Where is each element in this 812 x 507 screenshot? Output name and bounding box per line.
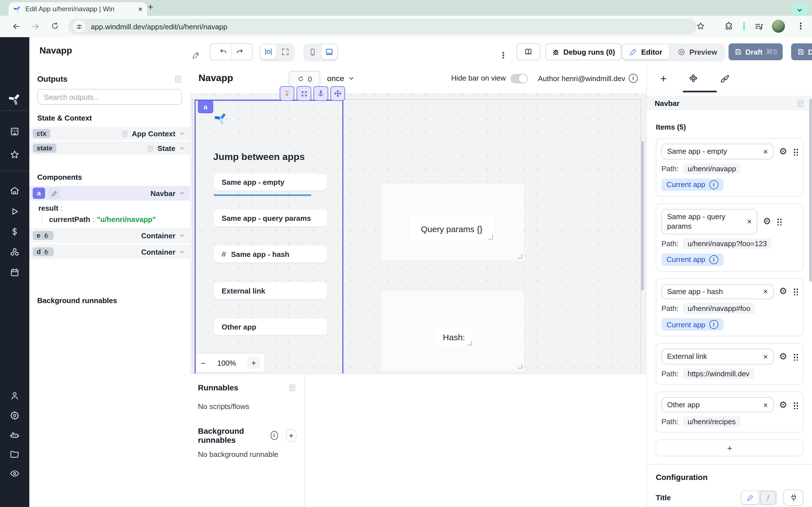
item-label-input[interactable]: Same app - empty × [661, 144, 773, 159]
apps-icon[interactable] [9, 126, 20, 137]
component-e-row[interactable]: e Container [29, 228, 190, 243]
folders-icon[interactable] [9, 449, 20, 460]
zoom-in-button[interactable]: + [248, 356, 260, 369]
chevron-down-icon[interactable] [179, 248, 186, 255]
nav-item-external-link[interactable]: External link [214, 282, 327, 299]
undo-icon[interactable] [218, 47, 227, 56]
favorites-star-icon[interactable] [9, 149, 20, 160]
mobile-view-button[interactable] [305, 45, 320, 59]
component-settings-tab-icon[interactable] [688, 73, 699, 84]
deploy-button[interactable]: Deploy [791, 43, 812, 60]
clear-icon[interactable]: × [763, 352, 768, 361]
preview-tab[interactable]: Preview [670, 45, 724, 59]
expand-component-button[interactable] [297, 86, 311, 101]
panel-doc-icon[interactable] [796, 99, 805, 107]
back-icon[interactable] [11, 21, 21, 32]
schedules-calendar-icon[interactable] [9, 267, 20, 278]
drag-handle-icon[interactable] [793, 353, 798, 360]
browser-tab[interactable]: Edit App u/henri/navapp | Win × [8, 2, 147, 16]
audit-eye-icon[interactable] [9, 468, 20, 479]
drag-handle-icon[interactable] [777, 217, 782, 225]
desktop-view-button[interactable] [321, 45, 337, 59]
insert-component-tab[interactable]: + [660, 73, 666, 85]
media-playlist-icon[interactable] [754, 21, 764, 32]
bookmark-star-icon[interactable] [696, 21, 705, 31]
styling-brush-tab-icon[interactable] [720, 74, 730, 84]
settings-gear-icon[interactable] [9, 410, 20, 421]
site-settings-icon[interactable] [73, 20, 85, 33]
container-d-hash-card[interactable]: Hash: [381, 291, 524, 370]
browser-profile-avatar[interactable] [772, 20, 785, 33]
chevron-down-icon[interactable] [179, 232, 186, 239]
nav-item-other-app[interactable]: Other app [214, 318, 327, 335]
variables-dollar-icon[interactable] [9, 226, 20, 237]
info-icon[interactable]: i [270, 431, 278, 440]
nav-item-hash[interactable]: # Same app - hash [214, 245, 327, 263]
component-a-row[interactable]: a Navbar [29, 186, 190, 201]
item-label-input[interactable]: Same app - hash × [661, 284, 773, 299]
drag-handle-icon[interactable] [793, 288, 798, 295]
component-d-row[interactable]: d Container [29, 244, 190, 259]
item-settings-gear-icon[interactable]: ⚙ [779, 147, 787, 156]
tab-close-icon[interactable]: × [138, 5, 143, 13]
redo-icon[interactable] [235, 47, 244, 56]
ctx-row[interactable]: ctx App Context [29, 127, 190, 140]
new-tab-button[interactable]: + [148, 2, 153, 13]
expression-mode-button[interactable]: f [760, 492, 776, 504]
info-icon[interactable]: i [709, 180, 718, 189]
move-down-button[interactable] [280, 86, 294, 101]
canvas-grid[interactable]: a Jump between apps Same app - empty Sam… [190, 93, 646, 374]
chevron-down-icon[interactable] [179, 145, 186, 152]
resize-handle[interactable] [518, 254, 522, 259]
info-icon[interactable]: i [709, 320, 718, 329]
clear-icon[interactable]: × [763, 147, 768, 156]
search-outputs-box[interactable] [37, 89, 182, 105]
resources-cubes-icon[interactable] [9, 247, 20, 258]
resize-handle[interactable] [467, 341, 472, 345]
item-settings-gear-icon[interactable]: ⚙ [779, 352, 787, 361]
clear-icon[interactable]: × [747, 217, 752, 226]
item-settings-gear-icon[interactable]: ⚙ [779, 287, 787, 296]
info-icon[interactable]: i [709, 255, 718, 264]
resize-handle[interactable] [488, 235, 493, 239]
selected-navbar-component[interactable]: a Jump between apps Same app - empty Sam… [195, 100, 343, 375]
canvas-scrollbar[interactable] [641, 141, 644, 291]
workers-robot-icon[interactable] [9, 430, 20, 441]
hide-bar-toggle[interactable] [510, 74, 528, 83]
search-outputs-input[interactable] [43, 92, 176, 102]
browser-menu-kebab-icon[interactable] [796, 21, 805, 31]
pinned-extension-icon[interactable] [743, 22, 745, 31]
rename-pencil-icon[interactable] [49, 187, 60, 199]
panel-doc-icon[interactable] [174, 75, 182, 83]
users-icon[interactable] [9, 390, 20, 401]
chevron-up-icon[interactable] [179, 190, 186, 196]
drag-handle-icon[interactable] [793, 148, 798, 156]
info-icon[interactable]: i [629, 74, 638, 83]
tab-search-button[interactable] [792, 3, 808, 17]
item-label-input[interactable]: External link × [661, 349, 773, 364]
nav-item-query-params[interactable]: Same app - query params [214, 210, 327, 226]
container-e-query-card[interactable]: Query params {} [381, 184, 524, 260]
item-settings-gear-icon[interactable]: ⚙ [779, 400, 787, 409]
item-settings-gear-icon[interactable]: ⚙ [763, 217, 771, 226]
windmill-logo-icon[interactable] [7, 92, 22, 107]
nav-item-same-app-empty[interactable]: Same app - empty [214, 173, 327, 190]
forward-icon[interactable] [31, 21, 41, 32]
extensions-puzzle-icon[interactable] [724, 21, 733, 31]
move-component-button[interactable] [331, 86, 345, 101]
anchor-component-button[interactable] [313, 86, 328, 101]
runs-play-icon[interactable] [9, 206, 20, 217]
url-field[interactable]: app.windmill.dev/apps/edit/u/henri/navap… [68, 18, 696, 34]
centered-layout-button[interactable] [260, 45, 276, 59]
reload-icon[interactable] [50, 21, 60, 31]
item-label-input[interactable]: Other app × [661, 397, 773, 412]
right-panel-scrollbar[interactable] [809, 99, 812, 282]
add-background-runnable-button[interactable]: + [286, 429, 297, 442]
editor-tab[interactable]: Editor [622, 45, 669, 59]
item-label-input[interactable]: Same app - query params × [661, 209, 757, 234]
panel-doc-icon[interactable] [288, 383, 297, 392]
zoom-out-button[interactable]: − [201, 358, 206, 368]
chevron-down-icon[interactable] [179, 130, 186, 137]
draft-button[interactable]: Draft ⌘S [728, 43, 783, 60]
connect-plug-button[interactable] [783, 490, 804, 506]
